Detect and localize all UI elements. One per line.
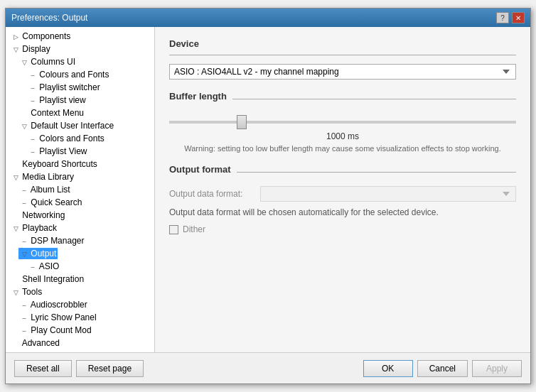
device-section-title: Device xyxy=(169,38,516,49)
dither-checkbox xyxy=(169,225,178,234)
output-format-row: Output data format: xyxy=(169,186,516,202)
window-title: Preferences: Output xyxy=(11,13,87,23)
sidebar: ▷ Components ▽ Display ▽ Columns UI – Co… xyxy=(6,27,155,352)
expand-icon: ▽ xyxy=(11,224,20,233)
close-button[interactable]: ✕ xyxy=(512,12,525,23)
cancel-button[interactable]: Cancel xyxy=(417,360,468,377)
sidebar-item-colors-fonts[interactable]: – Colors and Fonts xyxy=(6,132,154,145)
expand-icon xyxy=(11,339,20,348)
sidebar-item-tools[interactable]: ▽ Tools xyxy=(6,285,154,298)
content-area: ▷ Components ▽ Display ▽ Columns UI – Co… xyxy=(6,27,530,352)
expand-icon: ▽ xyxy=(11,288,20,297)
expand-icon: – xyxy=(28,71,37,80)
output-format-section: Output format Output data format: Output… xyxy=(169,164,516,234)
sidebar-item-context-menu[interactable]: Context Menu xyxy=(6,107,154,119)
sidebar-item-keyboard-shortcuts[interactable]: Keyboard Shortcuts xyxy=(6,158,154,170)
sidebar-item-display[interactable]: ▽ Display xyxy=(6,43,154,55)
expand-icon: – xyxy=(28,148,37,156)
expand-icon: ▽ xyxy=(20,58,28,67)
expand-icon: – xyxy=(20,327,28,335)
output-format-header: Output format xyxy=(169,164,516,180)
sidebar-item-lyric-show-panel[interactable]: – Lyric Show Panel xyxy=(6,311,154,324)
reset-all-button[interactable]: Reset all xyxy=(14,360,72,377)
expand-icon: – xyxy=(28,97,37,105)
preferences-window: Preferences: Output ? ✕ ▷ Components ▽ D… xyxy=(5,8,531,384)
sidebar-item-colours-fonts[interactable]: – Colours and Fonts xyxy=(6,68,154,81)
expand-icon: – xyxy=(28,263,37,271)
sidebar-item-audioscrobbler[interactable]: – Audioscrobbler xyxy=(6,298,154,311)
output-format-dropdown xyxy=(260,186,516,202)
btn-group-right: OK Cancel Apply xyxy=(363,360,522,377)
expand-icon: ▷ xyxy=(11,33,20,41)
title-bar-buttons: ? ✕ xyxy=(496,12,525,23)
main-panel: Device ASIO : ASIO4ALL v2 - my channel m… xyxy=(155,27,530,352)
title-bar: Preferences: Output ? ✕ xyxy=(6,9,530,27)
sidebar-item-playlist-switcher[interactable]: – Playlist switcher xyxy=(6,81,154,94)
expand-icon: ▽ xyxy=(20,250,28,258)
sidebar-item-output[interactable]: ▽ Output xyxy=(6,247,154,260)
output-format-label: Output data format: xyxy=(169,189,254,199)
dither-label: Dither xyxy=(183,224,205,234)
sidebar-item-networking[interactable]: Networking xyxy=(6,209,154,222)
expand-icon: – xyxy=(20,186,28,195)
reset-page-button[interactable]: Reset page xyxy=(76,360,144,377)
device-divider xyxy=(169,55,516,55)
sidebar-item-playlist-view-2[interactable]: – Playlist View xyxy=(6,145,154,158)
sidebar-item-playlist-view[interactable]: – Playlist view xyxy=(6,94,154,107)
dither-row: Dither xyxy=(169,224,516,234)
expand-icon xyxy=(11,160,20,169)
sidebar-item-playback[interactable]: ▽ Playback xyxy=(6,222,154,234)
expand-icon xyxy=(20,109,28,118)
help-button[interactable]: ? xyxy=(496,12,509,23)
sidebar-item-album-list[interactable]: – Album List xyxy=(6,183,154,196)
output-format-title: Output format xyxy=(169,164,231,175)
buffer-slider[interactable] xyxy=(169,121,516,124)
sidebar-item-shell-integration[interactable]: Shell Integration xyxy=(6,273,154,285)
expand-icon xyxy=(11,212,20,220)
expand-icon xyxy=(11,276,20,284)
output-auto-text: Output data format will be chosen automa… xyxy=(169,207,516,217)
apply-button[interactable]: Apply xyxy=(472,360,522,377)
expand-icon: – xyxy=(20,237,28,246)
buffer-value: 1000 ms xyxy=(169,131,516,141)
buffer-warning: Warning: setting too low buffer length m… xyxy=(169,144,516,153)
btn-group-left: Reset all Reset page xyxy=(14,360,144,377)
bottom-bar: Reset all Reset page OK Cancel Apply xyxy=(6,352,530,383)
sidebar-item-components[interactable]: ▷ Components xyxy=(6,30,154,43)
buffer-section: Buffer length 1000 ms Warning: setting t… xyxy=(169,91,516,153)
buffer-header-line xyxy=(232,99,516,99)
expand-icon: – xyxy=(28,84,37,92)
expand-icon: ▽ xyxy=(11,45,20,54)
slider-container xyxy=(169,113,516,131)
sidebar-item-quick-search[interactable]: – Quick Search xyxy=(6,196,154,209)
output-format-header-line xyxy=(237,172,516,173)
device-dropdown[interactable]: ASIO : ASIO4ALL v2 - my channel mapping xyxy=(169,64,516,80)
device-section: Device ASIO : ASIO4ALL v2 - my channel m… xyxy=(169,38,516,80)
expand-icon: – xyxy=(20,314,28,322)
expand-icon: ▽ xyxy=(20,122,28,131)
sidebar-item-columns-ui[interactable]: ▽ Columns UI xyxy=(6,55,154,68)
sidebar-item-advanced[interactable]: Advanced xyxy=(6,337,154,349)
expand-icon: – xyxy=(20,199,28,207)
sidebar-item-asio[interactable]: – ASIO xyxy=(6,260,154,273)
sidebar-item-default-ui[interactable]: ▽ Default User Interface xyxy=(6,119,154,132)
buffer-header: Buffer length xyxy=(169,91,516,107)
buffer-section-title: Buffer length xyxy=(169,91,227,102)
expand-icon: – xyxy=(28,135,37,143)
sidebar-item-dsp-manager[interactable]: – DSP Manager xyxy=(6,234,154,247)
expand-icon: – xyxy=(20,301,28,310)
sidebar-item-play-count-mod[interactable]: – Play Count Mod xyxy=(6,324,154,337)
sidebar-item-media-library[interactable]: ▽ Media Library xyxy=(6,170,154,183)
expand-icon: ▽ xyxy=(11,173,20,182)
ok-button[interactable]: OK xyxy=(363,360,413,377)
